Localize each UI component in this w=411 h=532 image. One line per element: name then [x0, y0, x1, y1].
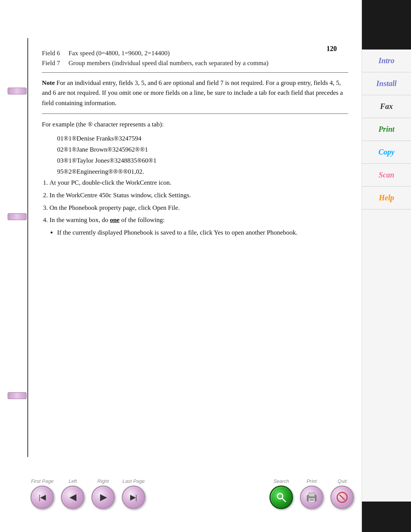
sidebar-label-intro: Intro [378, 56, 394, 65]
nav-search: Search [269, 478, 293, 509]
note-text: For an individual entry, fields 3, 5, an… [42, 79, 343, 107]
code-line-3: 03®1®Taylor Jones®3248835®60®1 [57, 155, 348, 166]
bottom-nav: First Page |◀ Left ◀ Right ▶ Last Page ▶… [30, 478, 354, 509]
left-binding-line [27, 38, 28, 457]
field-6-label: Field 6 [42, 50, 68, 57]
last-page-button[interactable]: ▶| [122, 486, 145, 509]
binding-tab-bot [8, 392, 27, 399]
binding-tab-mid [8, 213, 27, 220]
quit-button[interactable] [330, 486, 354, 509]
first-page-button[interactable]: |◀ [30, 486, 54, 509]
binding-tab-top [8, 88, 27, 94]
example-intro-text: For example (the ® character represents … [42, 121, 164, 128]
sidebar-item-help[interactable]: Help [362, 187, 411, 209]
search-icon [276, 492, 287, 503]
nav-first-page: First Page |◀ [30, 478, 54, 509]
nav-right-group: Search Print Quit [269, 478, 354, 509]
step-1: At your PC, double-click the WorkCentre … [49, 177, 348, 189]
divider-1 [42, 72, 348, 73]
sidebar-item-intro[interactable]: Intro [362, 50, 411, 72]
sidebar-item-install[interactable]: Install [362, 72, 411, 95]
right-button[interactable]: ▶ [91, 486, 115, 509]
svg-line-1 [282, 498, 285, 502]
last-page-label: Last Page [123, 478, 145, 484]
note-label: Note [42, 79, 55, 86]
quit-icon [336, 491, 349, 504]
sidebar-item-fax[interactable]: Fax [362, 95, 411, 118]
left-button[interactable]: ◀ [61, 486, 84, 509]
note-block: Note For an individual entry, fields 3, … [42, 78, 348, 108]
field-7-row: Field 7 Group members (individual speed … [42, 59, 348, 67]
nav-last-page: Last Page ▶| [122, 478, 145, 509]
nav-left: Left ◀ [61, 478, 84, 509]
search-button[interactable] [269, 486, 293, 509]
sidebar-label-install: Install [376, 79, 397, 88]
first-page-label: First Page [31, 478, 53, 484]
code-line-4: 95®2®Engineering®®®®01,02. [57, 166, 348, 177]
sidebar-label-fax: Fax [380, 102, 393, 110]
one-text: one [110, 216, 120, 224]
print-icon [306, 491, 318, 503]
nav-print: Print [300, 478, 323, 509]
sidebar-item-print[interactable]: Print [362, 118, 411, 141]
right-label: Right [97, 478, 109, 484]
main-content: Field 6 Fax speed (0=4800, 1=9600, 2=144… [34, 50, 356, 238]
sidebar-item-scan[interactable]: Scan [362, 164, 411, 187]
bullet-list: If the currently displayed Phonebook is … [57, 227, 348, 238]
sidebar-label-print: Print [378, 125, 394, 133]
print-label: Print [307, 478, 317, 484]
svg-rect-4 [309, 498, 315, 502]
sidebar-label-help: Help [379, 193, 394, 202]
example-intro: For example (the ® character represents … [42, 119, 348, 129]
code-line-1: 01®1®Denise Franks®3247594 [57, 133, 348, 144]
sidebar-item-copy[interactable]: Copy [362, 141, 411, 164]
search-label: Search [273, 478, 289, 484]
left-label: Left [68, 478, 77, 484]
nav-quit: Quit [330, 478, 354, 509]
nav-right: Right ▶ [91, 478, 115, 509]
sidebar-label-scan: Scan [379, 171, 394, 179]
step-4: In the warning box, do one of the follow… [49, 215, 348, 226]
field-7-label: Field 7 [42, 59, 68, 67]
svg-rect-3 [309, 493, 315, 497]
code-line-2: 02®1®Jane Brown®3245962®®1 [57, 144, 348, 155]
divider-2 [42, 113, 348, 114]
step-3: On the Phonebook property page, click Op… [49, 203, 348, 214]
numbered-list: At your PC, double-click the WorkCentre … [49, 177, 348, 226]
print-button[interactable] [300, 486, 323, 509]
step-2: In the WorkCentre 450c Status window, cl… [49, 190, 348, 201]
field-6-desc: Fax speed (0=4800, 1=9600, 2=14400) [68, 50, 348, 57]
sidebar-label-copy: Copy [378, 148, 394, 156]
bullet-1: If the currently displayed Phonebook is … [57, 227, 348, 238]
quit-label: Quit [338, 478, 347, 484]
field-6-row: Field 6 Fax speed (0=4800, 1=9600, 2=144… [42, 50, 348, 57]
right-sidebar: Intro Install Fax Print Copy Scan Help [362, 0, 411, 532]
sidebar-nav: Intro Install Fax Print Copy Scan Help [362, 50, 411, 209]
sidebar-header [362, 0, 411, 50]
code-lines: 01®1®Denise Franks®3247594 02®1®Jane Bro… [57, 133, 348, 177]
field-7-desc: Group members (individual speed dial num… [68, 59, 348, 67]
sidebar-footer [362, 502, 411, 532]
svg-line-8 [339, 495, 345, 500]
